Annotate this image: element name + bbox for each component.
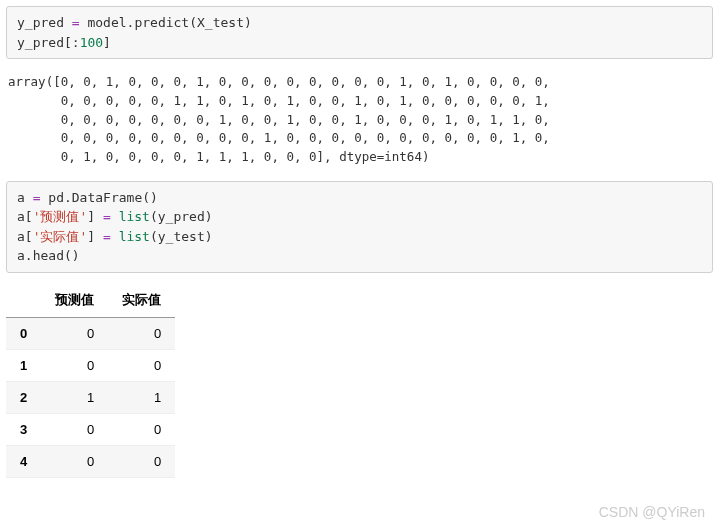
cell-value: 0 [41,413,108,445]
string-cjk: 预测值 [40,209,79,224]
cell-value: 0 [108,413,175,445]
table-header-row: 预测值 实际值 [6,283,175,318]
code-text: ] [87,209,103,224]
code-text: a [17,190,33,205]
table-row: 1 0 0 [6,349,175,381]
cell-value: 0 [108,317,175,349]
code-text: a.head() [17,248,80,263]
cell-value: 0 [41,317,108,349]
table-row: 2 1 1 [6,381,175,413]
code-text: ] [87,229,103,244]
code-text: y_pred [17,15,72,30]
number-literal: 100 [80,35,103,50]
code-text: y_pred[: [17,35,80,50]
code-text: (y_test) [150,229,213,244]
code-text: model.predict(X_test) [80,15,252,30]
row-index: 0 [6,317,41,349]
code-text [111,229,119,244]
builtin-func: list [119,229,150,244]
output-array: array([0, 0, 1, 0, 0, 0, 1, 0, 0, 0, 0, … [6,69,713,171]
cell-value: 0 [41,349,108,381]
column-header: 预测值 [41,283,108,318]
code-text: a[ [17,229,33,244]
cell-value: 1 [108,381,175,413]
builtin-func: list [119,209,150,224]
table-row: 4 0 0 [6,445,175,477]
cell-value: 1 [41,381,108,413]
operator: = [103,229,111,244]
table-row: 0 0 0 [6,317,175,349]
column-header: 实际值 [108,283,175,318]
code-text: (y_pred) [150,209,213,224]
code-text [111,209,119,224]
string-cjk: 实际值 [40,229,79,244]
row-index: 2 [6,381,41,413]
cell-value: 0 [108,445,175,477]
row-index: 4 [6,445,41,477]
table-row: 3 0 0 [6,413,175,445]
cell-value: 0 [108,349,175,381]
code-text: ] [103,35,111,50]
row-index: 1 [6,349,41,381]
dataframe-output: 预测值 实际值 0 0 0 1 0 0 2 1 1 3 0 0 4 0 0 [6,283,175,478]
code-cell-2: a = pd.DataFrame() a['预测值'] = list(y_pre… [6,181,713,273]
operator: = [103,209,111,224]
code-cell-1: y_pred = model.predict(X_test) y_pred[:1… [6,6,713,59]
cell-value: 0 [41,445,108,477]
index-header-blank [6,283,41,318]
watermark-text: CSDN @QYiRen [599,504,705,520]
code-text: pd.DataFrame() [40,190,157,205]
operator: = [72,15,80,30]
code-text: a[ [17,209,33,224]
row-index: 3 [6,413,41,445]
